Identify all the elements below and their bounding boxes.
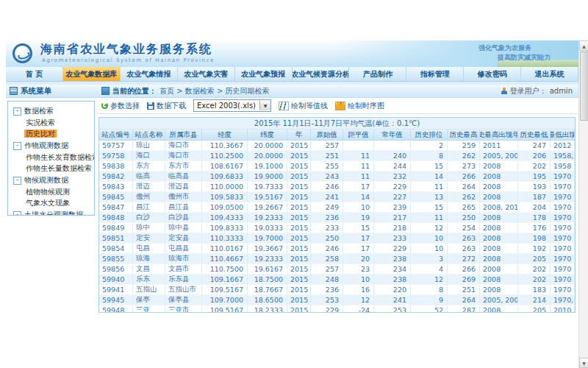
tree-item[interactable]: 作物生长量数据检索 (8, 163, 94, 174)
tree-item[interactable]: 实况检索 (8, 118, 94, 128)
table-cell: 儋州市 (165, 192, 202, 202)
table-cell: 12 (343, 295, 374, 305)
table-cell: 2015 (287, 141, 311, 150)
chevron-down-icon[interactable]: ▼ (259, 101, 270, 110)
table-cell: 11 (411, 213, 448, 222)
table-cell: 257 (311, 141, 343, 150)
table-cell: 232 (374, 171, 411, 181)
table-cell: 10 (411, 233, 448, 243)
table-cell: 2011 (480, 141, 518, 150)
table-cell: 202 (518, 264, 551, 274)
tree-item[interactable]: 历史比对 (8, 129, 94, 139)
table-cell: 2015 (287, 202, 311, 212)
tree-item[interactable]: 气象水文现象 (8, 198, 94, 208)
table-cell: 18.6500 (248, 295, 287, 305)
tree-parent-item[interactable]: -作物观测数据 (8, 140, 94, 152)
tree-parent-item[interactable]: -土壤水分观测数据 (8, 209, 94, 216)
scrollbar-thumb[interactable] (580, 52, 588, 121)
table-cell: 琼海市 (165, 254, 202, 263)
table-cell: 2015 (287, 233, 311, 243)
nav-tab[interactable]: 农业气候资源分析 (293, 67, 350, 81)
table-cell: 109.7000 (202, 295, 248, 305)
table-cell: 2015 (287, 182, 311, 191)
nav-tab[interactable]: 农业气象灾害 (178, 67, 235, 81)
table-cell: 229 (311, 305, 343, 313)
table-cell: 乐东县 (165, 275, 202, 284)
table-cell: 2015 (287, 151, 311, 160)
table-cell: 59945 (99, 295, 133, 305)
param-select-button[interactable]: 参数选择 (101, 101, 140, 111)
table-cell: 255 (311, 161, 343, 171)
collapse-icon[interactable]: - (13, 142, 21, 150)
tree-parent-item[interactable]: -数据检索 (8, 105, 94, 117)
slogan-line2: 提高防灾减灾能力 (498, 53, 551, 63)
table-cell: 16 (343, 285, 374, 294)
table-cell: 19.3667 (248, 244, 287, 253)
table-cell: 218 (374, 223, 411, 233)
table-cell: 266 (448, 264, 480, 274)
table-row: 59851定安定安县110.333319.7000201525017233102… (99, 233, 575, 244)
table-cell: 202 (518, 275, 551, 284)
table-cell: 19.2333 (248, 254, 287, 263)
table-cell: 2015 (287, 275, 311, 284)
table-cell: 59940 (99, 275, 133, 284)
nav-tab[interactable]: 指标管理 (406, 67, 464, 81)
export-format-select[interactable]: Excel 2003(.xls) ▼ (193, 99, 271, 112)
nav-tab[interactable]: 农业气象预报 (235, 67, 293, 81)
table-cell: 2008 (480, 171, 518, 181)
table-cell: 昌江 (133, 202, 165, 212)
table-cell: 乐东 (133, 275, 165, 284)
table-cell: 2015 (287, 295, 311, 305)
table-cell: 254 (448, 223, 480, 233)
draw-contour-button[interactable]: 绘制等值线 (279, 101, 328, 111)
table-cell: 五指山 (133, 285, 165, 294)
table-cell (343, 141, 374, 150)
table-cell: 4 (411, 264, 448, 274)
table-row: 59854屯昌屯昌县110.016719.3667201524617229102… (99, 244, 575, 254)
scroll-down-arrow[interactable]: ▼ (579, 358, 588, 368)
table-cell: 2015 (287, 161, 311, 171)
slogan-line1: 强化气象为农服务 (478, 43, 551, 53)
table-cell: 1970 (551, 171, 575, 181)
table-cell: 2008 (480, 161, 518, 171)
table-cell: 195 (518, 171, 551, 181)
table-row: 59845儋州儋州市109.583319.5167201524114227132… (99, 192, 575, 202)
table-cell: 澄迈 (133, 182, 165, 191)
table-cell: 248 (311, 275, 343, 284)
nav-tab[interactable]: 首 页 (6, 67, 63, 81)
table-cell: 2008, 2011 (480, 202, 518, 212)
table-cell: 246 (311, 182, 343, 191)
page-scrollbar[interactable]: ▲ ▼ (578, 40, 588, 368)
collapse-icon[interactable]: - (13, 107, 21, 116)
data-download-button[interactable]: 数据下载 (147, 101, 186, 111)
draw-timeseries-button[interactable]: 绘制时序图 (335, 101, 384, 111)
contour-chart-icon (279, 102, 289, 110)
table-cell: 264 (448, 295, 480, 305)
nav-tab[interactable]: 产品制作 (349, 67, 406, 81)
nav-tab[interactable]: 修改密码 (464, 67, 521, 81)
table-cell: 1970 (551, 213, 575, 222)
table-cell: 14 (411, 171, 448, 181)
nav-tab[interactable]: 退出系统 (521, 67, 578, 81)
table-cell: 13 (411, 192, 448, 202)
tree-item[interactable]: 植物物候观测 (8, 187, 94, 197)
table-row: 59940乐东乐东县109.166718.7500201524810238122… (99, 275, 575, 285)
table-cell: 15 (411, 202, 448, 212)
tree-item[interactable]: 作物生长发育数据检索 (8, 152, 94, 163)
table-cell: 59848 (99, 213, 133, 222)
breadcrumb-prefix: 当前的位置： (112, 86, 157, 96)
collapse-icon[interactable]: - (13, 211, 21, 216)
nav-tab[interactable]: 农业气象情报 (121, 67, 178, 81)
table-cell: 214 (518, 295, 551, 305)
table-cell: 10 (411, 244, 448, 253)
scroll-up-arrow[interactable]: ▲ (579, 40, 588, 51)
nav-tab[interactable]: 农业气象数据库 (63, 67, 121, 81)
collapse-icon[interactable]: - (13, 177, 21, 185)
table-cell: 59845 (99, 192, 133, 202)
table-cell: 249 (311, 202, 343, 212)
table-cell: 176 (518, 223, 551, 233)
table-cell: 109.5167 (202, 305, 248, 313)
table-cell: 8 (411, 285, 448, 294)
tree-parent-item[interactable]: -物候观测数据 (8, 174, 94, 186)
table-cell: 2008 (480, 213, 518, 222)
